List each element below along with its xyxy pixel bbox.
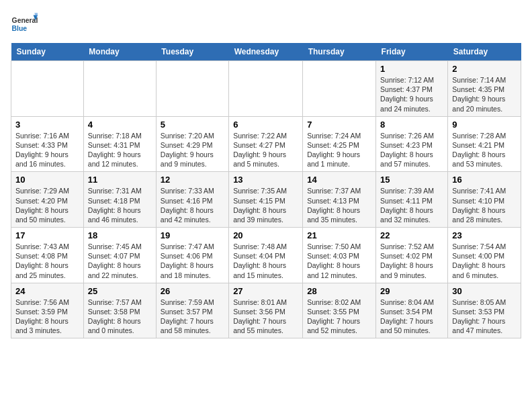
day-number: 22	[380, 230, 443, 240]
day-number: 8	[380, 120, 443, 130]
calendar-table: SundayMondayTuesdayWednesdayThursdayFrid…	[11, 43, 521, 338]
week-row-3: 10Sunrise: 7:29 AM Sunset: 4:20 PM Dayli…	[11, 172, 521, 228]
day-info: Sunrise: 7:16 AM Sunset: 4:33 PM Dayligh…	[15, 131, 79, 169]
day-info: Sunrise: 7:41 AM Sunset: 4:10 PM Dayligh…	[452, 186, 517, 224]
svg-text:Blue: Blue	[12, 25, 28, 32]
day-cell: 19Sunrise: 7:47 AM Sunset: 4:06 PM Dayli…	[156, 228, 228, 283]
day-number: 24	[15, 286, 79, 296]
day-cell: 9Sunrise: 7:28 AM Sunset: 4:21 PM Daylig…	[448, 116, 521, 172]
day-number: 30	[452, 286, 517, 296]
day-info: Sunrise: 7:39 AM Sunset: 4:11 PM Dayligh…	[380, 186, 443, 224]
day-cell	[229, 61, 303, 117]
day-info: Sunrise: 7:18 AM Sunset: 4:31 PM Dayligh…	[88, 131, 152, 169]
weekday-header-tuesday: Tuesday	[156, 43, 228, 61]
day-info: Sunrise: 7:26 AM Sunset: 4:23 PM Dayligh…	[380, 131, 443, 169]
weekday-header-row: SundayMondayTuesdayWednesdayThursdayFrid…	[11, 43, 521, 61]
week-row-1: 1Sunrise: 7:12 AM Sunset: 4:37 PM Daylig…	[11, 61, 521, 117]
day-cell: 21Sunrise: 7:50 AM Sunset: 4:03 PM Dayli…	[303, 228, 376, 283]
day-number: 17	[15, 230, 79, 240]
week-row-2: 3Sunrise: 7:16 AM Sunset: 4:33 PM Daylig…	[11, 116, 521, 172]
day-number: 20	[233, 230, 298, 240]
day-number: 6	[233, 120, 298, 130]
day-number: 27	[233, 286, 298, 296]
day-number: 11	[88, 175, 152, 185]
day-number: 29	[380, 286, 443, 296]
day-cell: 27Sunrise: 8:01 AM Sunset: 3:56 PM Dayli…	[229, 283, 303, 338]
day-info: Sunrise: 7:24 AM Sunset: 4:25 PM Dayligh…	[307, 131, 371, 169]
day-info: Sunrise: 7:29 AM Sunset: 4:20 PM Dayligh…	[15, 186, 79, 224]
day-cell: 1Sunrise: 7:12 AM Sunset: 4:37 PM Daylig…	[376, 61, 448, 117]
day-cell: 20Sunrise: 7:48 AM Sunset: 4:04 PM Dayli…	[229, 228, 303, 283]
day-cell: 11Sunrise: 7:31 AM Sunset: 4:18 PM Dayli…	[83, 172, 156, 228]
day-cell: 3Sunrise: 7:16 AM Sunset: 4:33 PM Daylig…	[11, 116, 84, 172]
day-number: 10	[15, 175, 79, 185]
weekday-header-sunday: Sunday	[11, 43, 84, 61]
day-number: 19	[161, 230, 224, 240]
day-cell: 25Sunrise: 7:57 AM Sunset: 3:58 PM Dayli…	[83, 283, 156, 338]
day-cell: 28Sunrise: 8:02 AM Sunset: 3:55 PM Dayli…	[303, 283, 376, 338]
day-info: Sunrise: 7:28 AM Sunset: 4:21 PM Dayligh…	[452, 131, 517, 169]
day-cell: 17Sunrise: 7:43 AM Sunset: 4:08 PM Dayli…	[11, 228, 84, 283]
weekday-header-monday: Monday	[83, 43, 156, 61]
day-cell: 2Sunrise: 7:14 AM Sunset: 4:35 PM Daylig…	[448, 61, 521, 117]
day-cell	[303, 61, 376, 117]
day-cell	[11, 61, 84, 117]
day-info: Sunrise: 7:48 AM Sunset: 4:04 PM Dayligh…	[233, 242, 298, 280]
day-number: 26	[161, 286, 224, 296]
day-cell: 12Sunrise: 7:33 AM Sunset: 4:16 PM Dayli…	[156, 172, 228, 228]
weekday-header-saturday: Saturday	[448, 43, 521, 61]
day-info: Sunrise: 7:35 AM Sunset: 4:15 PM Dayligh…	[233, 186, 298, 224]
day-cell: 18Sunrise: 7:45 AM Sunset: 4:07 PM Dayli…	[83, 228, 156, 283]
day-number: 23	[452, 230, 517, 240]
day-cell: 8Sunrise: 7:26 AM Sunset: 4:23 PM Daylig…	[376, 116, 448, 172]
day-info: Sunrise: 7:52 AM Sunset: 4:02 PM Dayligh…	[380, 242, 443, 280]
day-info: Sunrise: 7:45 AM Sunset: 4:07 PM Dayligh…	[88, 242, 152, 280]
day-info: Sunrise: 7:56 AM Sunset: 3:59 PM Dayligh…	[15, 298, 79, 336]
day-cell: 13Sunrise: 7:35 AM Sunset: 4:15 PM Dayli…	[229, 172, 303, 228]
day-info: Sunrise: 7:37 AM Sunset: 4:13 PM Dayligh…	[307, 186, 371, 224]
day-number: 14	[307, 175, 371, 185]
day-info: Sunrise: 7:20 AM Sunset: 4:29 PM Dayligh…	[161, 131, 224, 169]
day-number: 21	[307, 230, 371, 240]
logo-icon: General Blue	[11, 11, 38, 38]
day-cell: 10Sunrise: 7:29 AM Sunset: 4:20 PM Dayli…	[11, 172, 84, 228]
day-number: 15	[380, 175, 443, 185]
day-cell: 16Sunrise: 7:41 AM Sunset: 4:10 PM Dayli…	[448, 172, 521, 228]
day-number: 16	[452, 175, 517, 185]
day-cell: 24Sunrise: 7:56 AM Sunset: 3:59 PM Dayli…	[11, 283, 84, 338]
day-info: Sunrise: 7:54 AM Sunset: 4:00 PM Dayligh…	[452, 242, 517, 280]
day-cell	[83, 61, 156, 117]
day-cell: 22Sunrise: 7:52 AM Sunset: 4:02 PM Dayli…	[376, 228, 448, 283]
day-cell: 30Sunrise: 8:05 AM Sunset: 3:53 PM Dayli…	[448, 283, 521, 338]
day-cell: 7Sunrise: 7:24 AM Sunset: 4:25 PM Daylig…	[303, 116, 376, 172]
weekday-header-wednesday: Wednesday	[229, 43, 303, 61]
week-row-5: 24Sunrise: 7:56 AM Sunset: 3:59 PM Dayli…	[11, 283, 521, 338]
day-info: Sunrise: 7:14 AM Sunset: 4:35 PM Dayligh…	[452, 75, 517, 113]
day-cell: 23Sunrise: 7:54 AM Sunset: 4:00 PM Dayli…	[448, 228, 521, 283]
week-row-4: 17Sunrise: 7:43 AM Sunset: 4:08 PM Dayli…	[11, 228, 521, 283]
day-number: 13	[233, 175, 298, 185]
day-number: 7	[307, 120, 371, 130]
day-number: 12	[161, 175, 224, 185]
day-cell: 6Sunrise: 7:22 AM Sunset: 4:27 PM Daylig…	[229, 116, 303, 172]
day-number: 5	[161, 120, 224, 130]
day-info: Sunrise: 8:01 AM Sunset: 3:56 PM Dayligh…	[233, 298, 298, 336]
day-cell	[156, 61, 228, 117]
day-info: Sunrise: 8:02 AM Sunset: 3:55 PM Dayligh…	[307, 298, 371, 336]
day-info: Sunrise: 7:31 AM Sunset: 4:18 PM Dayligh…	[88, 186, 152, 224]
day-info: Sunrise: 7:57 AM Sunset: 3:58 PM Dayligh…	[88, 298, 152, 336]
day-number: 2	[452, 64, 517, 74]
day-info: Sunrise: 7:33 AM Sunset: 4:16 PM Dayligh…	[161, 186, 224, 224]
day-number: 18	[88, 230, 152, 240]
day-cell: 14Sunrise: 7:37 AM Sunset: 4:13 PM Dayli…	[303, 172, 376, 228]
day-number: 9	[452, 120, 517, 130]
day-info: Sunrise: 7:22 AM Sunset: 4:27 PM Dayligh…	[233, 131, 298, 169]
day-number: 25	[88, 286, 152, 296]
weekday-header-friday: Friday	[376, 43, 448, 61]
logo: General Blue	[11, 11, 40, 38]
svg-text:General: General	[12, 17, 38, 24]
day-info: Sunrise: 7:43 AM Sunset: 4:08 PM Dayligh…	[15, 242, 79, 280]
page-header: General Blue	[11, 11, 521, 38]
day-cell: 26Sunrise: 7:59 AM Sunset: 3:57 PM Dayli…	[156, 283, 228, 338]
day-info: Sunrise: 7:50 AM Sunset: 4:03 PM Dayligh…	[307, 242, 371, 280]
